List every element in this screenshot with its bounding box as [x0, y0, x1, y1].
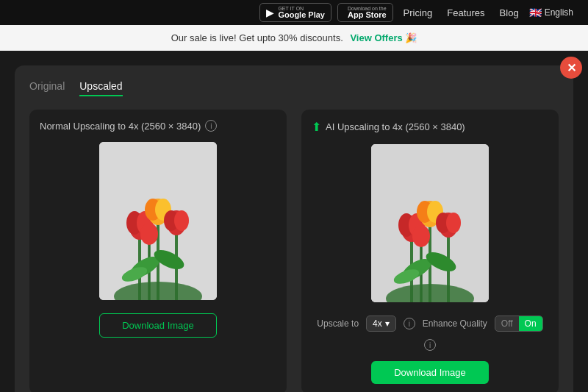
comparison-container: Normal Upscaling to 4x (2560 × 3840) i [29, 110, 559, 392]
card: ✕ Original Upscaled Normal Upscaling to … [15, 65, 573, 392]
svg-point-17 [140, 223, 158, 245]
view-offers-link[interactable]: View Offers [350, 32, 402, 43]
enhance-quality-label: Enhance Quality [423, 318, 487, 329]
google-play-name: Google Play [278, 11, 325, 19]
ai-title-text: AI Upscaling to 4x (2560 × 3840) [326, 121, 465, 132]
app-store-btn[interactable]: Download on the App Store [337, 3, 393, 22]
enhance-info-icon[interactable]: i [424, 339, 436, 351]
close-button[interactable]: ✕ [560, 57, 582, 79]
chevron-down-icon: ▾ [385, 318, 390, 329]
banner-emoji: 🎉 [405, 32, 417, 43]
ai-panel-title: ⬆ AI Upscaling to 4x (2560 × 3840) [312, 120, 465, 134]
upscale-value: 4x [373, 318, 382, 329]
svg-point-36 [412, 225, 430, 247]
ai-icon: ⬆ [312, 120, 321, 134]
svg-point-35 [446, 213, 461, 233]
upscale-info-icon[interactable]: i [404, 318, 415, 329]
flag-icon: 🇬🇧 [529, 7, 542, 18]
toggle-on[interactable]: On [519, 316, 542, 331]
normal-panel-title: Normal Upscaling to 4x (2560 × 3840) i [40, 120, 217, 132]
svg-point-16 [174, 210, 189, 231]
lang-label: English [545, 7, 573, 18]
ai-upscaling-panel: ⬆ AI Upscaling to 4x (2560 × 3840) [301, 110, 559, 392]
toggle-off[interactable]: Off [495, 316, 519, 331]
main-content: ✕ Original Upscaled Normal Upscaling to … [0, 51, 588, 392]
ai-download-button[interactable]: Download Image [371, 361, 489, 384]
normal-image [99, 142, 217, 300]
tab-upscaled[interactable]: Upscaled [79, 80, 122, 96]
ai-controls: Upscale to 4x ▾ i Enhance Quality Off On… [312, 316, 548, 351]
upscale-select[interactable]: 4x ▾ [366, 316, 396, 332]
normal-image-container [99, 142, 217, 300]
google-play-text: GET IT ON Google Play [278, 6, 325, 19]
normal-upscaling-panel: Normal Upscaling to 4x (2560 × 3840) i [29, 110, 287, 392]
language-button[interactable]: 🇬🇧 English [529, 7, 573, 18]
sale-text: Our sale is live! Get upto 30% discounts… [171, 32, 343, 43]
normal-download-button[interactable]: Download Image [99, 313, 217, 338]
google-play-btn[interactable]: ▶ GET IT ON Google Play [259, 3, 331, 22]
app-store-text: Download on the App Store [348, 6, 387, 19]
features-link[interactable]: Features [442, 7, 489, 18]
ai-image [371, 144, 489, 302]
sale-banner: Our sale is live! Get upto 30% discounts… [0, 25, 588, 51]
normal-title-text: Normal Upscaling to 4x (2560 × 3840) [40, 121, 201, 132]
pricing-link[interactable]: Pricing [399, 7, 437, 18]
normal-info-icon[interactable]: i [205, 120, 217, 132]
blog-link[interactable]: Blog [495, 7, 523, 18]
enhance-toggle[interactable]: Off On [495, 316, 543, 332]
app-store-name: App Store [348, 11, 387, 19]
tabs-container: Original Upscaled [29, 80, 559, 96]
ai-image-container [371, 144, 489, 302]
top-nav: ▶ GET IT ON Google Play Download on the … [0, 0, 588, 25]
tab-original[interactable]: Original [29, 80, 65, 96]
google-play-icon: ▶ [266, 7, 274, 18]
upscale-to-label: Upscale to [317, 318, 359, 329]
